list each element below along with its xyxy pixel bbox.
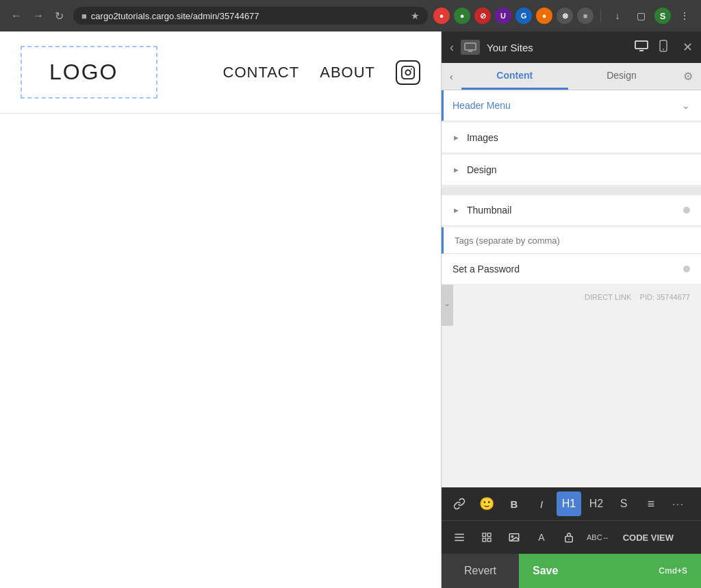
strikethrough-button[interactable]: S (611, 491, 636, 516)
action-bar: Revert Save Cmd+S (442, 554, 701, 588)
revert-button[interactable]: Revert (442, 554, 519, 588)
content-tab[interactable]: Content (461, 63, 568, 90)
design-toggle[interactable]: ► Design (442, 155, 701, 186)
browser-extensions: ● ● ⊘ U G ● ⊗ ■ ↓ ▢ S ⋮ (433, 6, 694, 25)
thumbnail-section: ► Thumbnail (442, 195, 701, 226)
divider (600, 9, 601, 23)
italic-button[interactable]: I (529, 491, 554, 516)
images-label: Images (467, 132, 690, 143)
panel-tabs: ‹ Content Design ⚙ (442, 63, 701, 90)
h1-button[interactable]: H1 (557, 491, 581, 516)
ext-4[interactable]: U (495, 8, 511, 24)
link-button[interactable] (447, 491, 472, 516)
header-menu-label: Header Menu (453, 100, 682, 111)
thumbnail-arrow: ► (453, 206, 460, 214)
browser-chrome: ← → ↻ ■ cargo2tutorials.cargo.site/admin… (0, 0, 701, 31)
url-text: cargo2tutorials.cargo.site/admin/3574467… (91, 11, 407, 21)
sites-icon (461, 40, 480, 55)
direct-link[interactable]: DIRECT LINK (585, 293, 631, 301)
pid-label: PID: (640, 293, 654, 301)
set-password-section: Set a Password (442, 254, 701, 285)
profile-icon[interactable]: S (654, 8, 671, 24)
more-button[interactable]: ··· (666, 491, 691, 516)
emoji-button[interactable]: 🙂 (474, 491, 499, 516)
instagram-icon[interactable] (396, 60, 420, 85)
svg-rect-13 (483, 538, 486, 541)
ext-8[interactable]: ■ (577, 8, 594, 24)
panel-topbar: ‹ Your Sites (442, 31, 701, 63)
reload-button[interactable]: ↻ (51, 7, 68, 25)
close-panel-button[interactable]: ✕ (683, 40, 693, 55)
set-password-label: Set a Password (453, 264, 683, 274)
svg-rect-2 (465, 43, 476, 50)
download-button[interactable]: ↓ (608, 6, 627, 25)
nav-contact[interactable]: CONTACT (223, 64, 300, 81)
design-label: Design (467, 164, 690, 175)
design-tab[interactable]: Design (568, 63, 675, 90)
logo-text: LOGO (49, 60, 118, 84)
align-button[interactable]: ≡ (639, 491, 663, 516)
cast-button[interactable]: ▢ (631, 6, 650, 25)
gap-block-1 (442, 187, 701, 195)
ext-2[interactable]: ● (454, 8, 470, 24)
set-password-toggle[interactable]: Set a Password (442, 254, 701, 285)
ext-6[interactable]: ● (536, 8, 552, 24)
device-icons (632, 38, 670, 56)
panel-tab-back[interactable]: ‹ (442, 64, 461, 89)
thumbnail-toggle[interactable]: ► Thumbnail (442, 195, 701, 226)
ext-7[interactable]: ⊗ (557, 8, 573, 24)
header-menu-chevron: ⌄ (682, 100, 690, 111)
collapse-handle[interactable]: › (441, 285, 453, 326)
back-button[interactable]: ← (7, 7, 26, 25)
h2-button[interactable]: H2 (584, 491, 609, 516)
ext-3[interactable]: ⊘ (474, 8, 491, 24)
design-arrow: ► (453, 166, 460, 174)
logo-box[interactable]: LOGO (21, 46, 157, 99)
header-menu-section: Header Menu ⌄ (442, 90, 701, 121)
menu-button[interactable]: ⋮ (675, 6, 694, 25)
tags-input[interactable] (455, 235, 690, 246)
nav-about[interactable]: ABOUT (320, 64, 375, 81)
save-shortcut: Cmd+S (659, 566, 687, 576)
ext-1[interactable]: ● (433, 8, 450, 24)
toolbar-row1: 🙂 B I H1 H2 S ≡ ··· (442, 487, 701, 521)
thumbnail-label: Thumbnail (467, 205, 683, 216)
bookmark-icon[interactable]: ★ (411, 10, 420, 21)
mobile-view-button[interactable] (657, 38, 670, 56)
security-icon: ■ (81, 11, 87, 21)
panel-back-button[interactable]: ‹ (450, 40, 454, 55)
nav-menu: CONTACT ABOUT (223, 60, 421, 85)
abc-button[interactable]: ABC↔ (584, 525, 612, 550)
list-button[interactable] (447, 525, 472, 550)
code-view-button[interactable]: CODE VIEW (615, 525, 682, 550)
sites-label: Your Sites (487, 42, 625, 53)
desktop-view-button[interactable] (632, 39, 651, 55)
site-header: LOGO CONTACT ABOUT (0, 31, 441, 114)
lock-button[interactable] (557, 525, 581, 550)
text-button[interactable]: A (529, 525, 554, 550)
images-arrow: ► (453, 133, 460, 142)
save-button[interactable]: Save Cmd+S (519, 554, 701, 588)
svg-rect-0 (402, 66, 414, 78)
site-preview: LOGO CONTACT ABOUT (0, 31, 441, 588)
images-section: ► Images (442, 123, 701, 153)
image-insert-button[interactable] (502, 525, 526, 550)
panel-footer-info: DIRECT LINK PID: 35744677 (442, 286, 701, 308)
bottom-toolbar: 🙂 B I H1 H2 S ≡ ··· (442, 487, 701, 588)
svg-rect-12 (487, 533, 491, 537)
site-body (0, 114, 441, 588)
header-menu-toggle[interactable]: Header Menu ⌄ (442, 90, 701, 121)
svg-rect-15 (509, 534, 519, 541)
ext-5[interactable]: G (515, 8, 532, 24)
forward-button[interactable]: → (29, 7, 48, 25)
images-toggle[interactable]: ► Images (442, 123, 701, 153)
pid-value: 35744677 (657, 293, 690, 301)
bold-button[interactable]: B (502, 491, 526, 516)
password-dot (683, 266, 690, 272)
toolbar-row2: A ABC↔ CODE VIEW (442, 521, 701, 554)
address-bar-wrap: ■ cargo2tutorials.cargo.site/admin/35744… (73, 7, 428, 25)
settings-icon-button[interactable]: ⚙ (675, 63, 701, 90)
save-label: Save (533, 565, 558, 577)
panel-content: Header Menu ⌄ ► Images ► Design (442, 90, 701, 487)
grid-button[interactable] (474, 525, 499, 550)
